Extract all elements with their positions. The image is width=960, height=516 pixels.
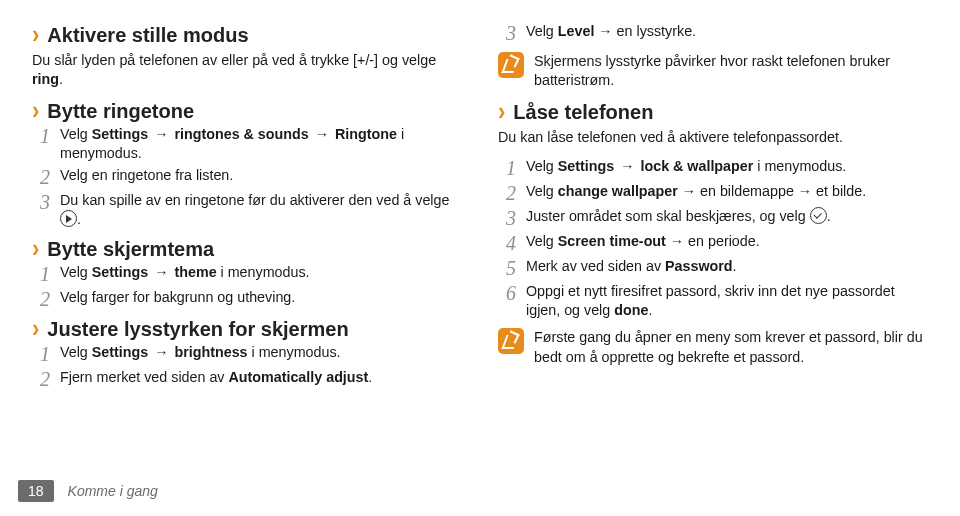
note-text: Første gang du åpner en meny som krever … [534, 328, 928, 367]
step-number: 3 [498, 207, 516, 229]
list-item: 1 Velg Settings → lock & wallpaper i men… [498, 157, 928, 179]
step-number: 1 [32, 125, 50, 147]
section-title: Aktivere stille modus [47, 24, 248, 47]
chevron-right-icon: › [32, 22, 39, 48]
note-block: Skjermens lysstyrke påvirker hvor raskt … [498, 52, 928, 91]
step-number: 1 [32, 263, 50, 285]
note-icon [498, 328, 524, 354]
page-section-name: Komme i gang [68, 483, 158, 499]
right-column: 3 Velg Level → en lysstyrke. Skjermens l… [498, 18, 928, 398]
text: Du slår lyden på telefonen av eller på v… [32, 52, 436, 68]
step-number: 2 [498, 182, 516, 204]
page-number: 18 [18, 480, 54, 502]
chevron-right-icon: › [32, 97, 39, 123]
section-change-theme: › Bytte skjermtema 1 Velg Settings → the… [32, 238, 462, 310]
section-title: Bytte ringetone [47, 100, 194, 123]
step-number: 2 [32, 368, 50, 390]
section-change-ringtone: › Bytte ringetone 1 Velg Settings → ring… [32, 100, 462, 230]
section-para: Du kan låse telefonen ved å aktivere tel… [498, 128, 928, 147]
page-footer: 18 Komme i gang [18, 480, 158, 502]
list-item: 3 Juster området som skal beskjæres, og … [498, 207, 928, 229]
step-number: 6 [498, 282, 516, 304]
left-column: › Aktivere stille modus Du slår lyden på… [32, 18, 462, 398]
step-number: 3 [498, 22, 516, 44]
text: . [59, 71, 63, 87]
step-number: 1 [498, 157, 516, 179]
list-item: 3 Du kan spille av en ringetone før du a… [32, 191, 462, 230]
two-column-layout: › Aktivere stille modus Du slår lyden på… [32, 18, 928, 398]
list-item: 3 Velg Level → en lysstyrke. [498, 22, 928, 44]
chevron-right-icon: › [32, 316, 39, 342]
list-item: 2 Velg en ringetone fra listen. [32, 166, 462, 188]
step-number: 3 [32, 191, 50, 213]
list-item: 1 Velg Settings → ringtones & sounds → R… [32, 125, 462, 164]
section-silent-mode: › Aktivere stille modus Du slår lyden på… [32, 24, 462, 90]
note-block: Første gang du åpner en meny som krever … [498, 328, 928, 367]
chevron-right-icon: › [32, 236, 39, 262]
section-title: Bytte skjermtema [47, 238, 214, 261]
step-number: 2 [32, 288, 50, 310]
play-icon [60, 210, 77, 227]
section-adjust-brightness: › Justere lysstyrken for skjermen 1 Velg… [32, 318, 462, 390]
text-bold: ring [32, 71, 59, 87]
list-item: 4 Velg Screen time-out → en periode. [498, 232, 928, 254]
list-item: 1 Velg Settings → theme i menymodus. [32, 263, 462, 285]
section-para: Du slår lyden på telefonen av eller på v… [32, 51, 462, 90]
step-number: 1 [32, 343, 50, 365]
note-icon [498, 52, 524, 78]
section-title: Justere lysstyrken for skjermen [47, 318, 348, 341]
list-item: 6 Oppgi et nytt firesifret passord, skri… [498, 282, 928, 321]
check-icon [810, 207, 827, 224]
list-item: 5 Merk av ved siden av Password. [498, 257, 928, 279]
list-item: 1 Velg Settings → brightness i menymodus… [32, 343, 462, 365]
chevron-right-icon: › [498, 98, 505, 124]
section-lock-phone: › Låse telefonen Du kan låse telefonen v… [498, 101, 928, 367]
list-item: 2 Velg farger for bakgrunn og utheving. [32, 288, 462, 310]
step-number: 4 [498, 232, 516, 254]
step-number: 5 [498, 257, 516, 279]
note-text: Skjermens lysstyrke påvirker hvor raskt … [534, 52, 928, 91]
step-number: 2 [32, 166, 50, 188]
section-title: Låse telefonen [513, 101, 653, 124]
list-item: 2 Fjern merket ved siden av Automaticall… [32, 368, 462, 390]
list-item: 2 Velg change wallpaper → en bildemappe … [498, 182, 928, 204]
